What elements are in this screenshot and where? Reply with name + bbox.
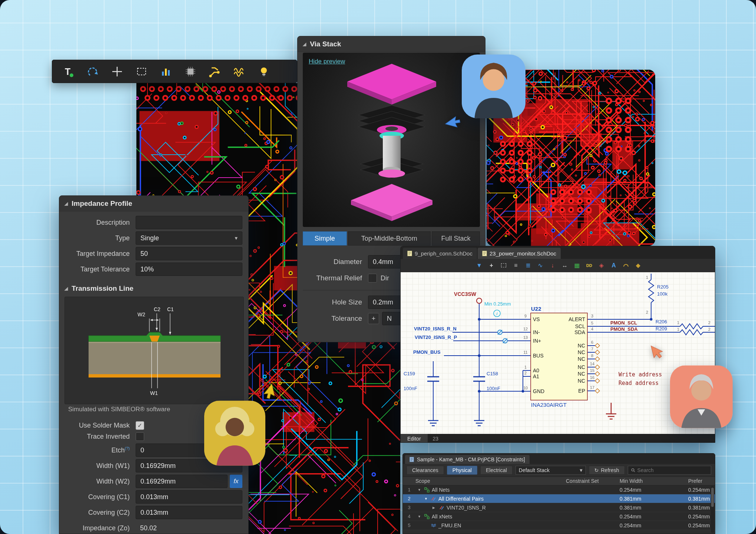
stack-select-value: Default Stack	[519, 467, 550, 473]
filter-icon[interactable]: ▼	[475, 261, 484, 270]
arc-tool-icon[interactable]	[86, 65, 100, 79]
crosshair-icon[interactable]: +	[487, 261, 496, 270]
transmission-line-header[interactable]: ◢ Transmission Line	[59, 282, 248, 295]
type-select[interactable]: Single ▾	[136, 231, 242, 245]
refresh-button[interactable]: ↻ Refresh	[589, 466, 625, 475]
covering-c1-label: Covering (C1)	[59, 493, 136, 501]
width-w2-input[interactable]: 0.16929mm	[136, 475, 228, 488]
schematic-canvas[interactable]: i VCC3SW Min 0.25mm U22 INA230AIRGT VINT…	[401, 272, 715, 434]
net-label: PMON_SDA	[610, 326, 638, 332]
type-label: Type	[59, 234, 136, 242]
expand-icon[interactable]: ▼	[418, 515, 422, 518]
route-tool-icon[interactable]	[208, 65, 222, 79]
place-down-icon[interactable]: ↓	[548, 261, 557, 270]
constraint-row-all-nets[interactable]: 1 ▼ All Nets 0.254mm 0.254mm	[403, 485, 715, 494]
use-solder-mask-label: Use Solder Mask	[59, 422, 136, 429]
tolerance-label: Tolerance	[298, 314, 368, 323]
resistor-value: 100k	[657, 291, 668, 297]
resistor-refdes: R206	[656, 319, 667, 324]
use-solder-mask-checkbox[interactable]: ✓	[136, 421, 144, 430]
app-collage: T ◢ Via Stack Hide preview	[0, 0, 756, 534]
constraint-row-vint20-isns-r[interactable]: 3 ▶ VINT20_ISNS_R 0.381mm 0.381mm	[403, 503, 715, 512]
text-tool-icon[interactable]: T	[61, 65, 75, 79]
trace-inverted-checkbox[interactable]	[136, 432, 144, 441]
tab-physical[interactable]: Physical	[447, 466, 477, 475]
collaborator-avatar-blue[interactable]	[462, 55, 525, 118]
svg-text:NC: NC	[578, 371, 585, 377]
sheet-symbol-icon[interactable]: DD	[585, 261, 594, 270]
directive-icon[interactable]: ◈	[597, 261, 606, 270]
chart-tool-icon[interactable]	[159, 65, 173, 79]
diff-pair-icon	[431, 496, 436, 501]
column-constraint-set: Constraint Set	[566, 478, 620, 484]
expand-icon[interactable]: ▼	[424, 497, 429, 501]
pin-number: 2	[708, 327, 710, 332]
grid-icon[interactable]: ▦	[573, 261, 581, 270]
svg-text:9: 9	[524, 314, 527, 318]
svg-text:10: 10	[523, 386, 528, 390]
covering-c1-input[interactable]: 0.013mm	[136, 490, 242, 504]
selection-tool-icon[interactable]	[135, 65, 149, 79]
tab-periph-conn[interactable]: 9_periph_conn.SchDoc	[403, 248, 477, 259]
note-read-address: Read address	[619, 380, 659, 386]
scrollbar[interactable]	[711, 486, 714, 533]
constraint-row-fmu-en[interactable]: 5 _FMU.EN 0.254mm 0.254mm	[403, 521, 715, 530]
etch-hint-icon[interactable]: (?)	[125, 446, 130, 451]
impedance-profile-header[interactable]: ◢ Impedance Profile	[59, 196, 248, 211]
wave-tool-icon[interactable]	[232, 65, 246, 79]
svg-text:7: 7	[591, 347, 593, 351]
search-box[interactable]	[628, 466, 711, 475]
chevron-down-icon: ▾	[580, 467, 583, 474]
covering-c2-input[interactable]: 0.013mm	[136, 506, 242, 519]
wave-icon[interactable]: ∿	[536, 261, 545, 270]
collaborator-avatar-yellow[interactable]	[204, 400, 265, 466]
constraints-panel: Sample - Kame_MB - CM.PrjPCB [Constraint…	[402, 453, 715, 534]
bulb-tool-icon[interactable]	[257, 65, 271, 79]
pad-icon[interactable]: ◆	[634, 261, 643, 270]
tab-top-middle-bottom[interactable]: Top-Middle-Bottom	[348, 231, 431, 245]
list-icon[interactable]: ≡	[511, 261, 520, 270]
hide-preview-link[interactable]: Hide preview	[309, 58, 345, 65]
thermal-relief-checkbox[interactable]	[368, 274, 377, 283]
svg-text:BUS: BUS	[533, 353, 544, 359]
description-input[interactable]	[136, 216, 242, 229]
expand-icon[interactable]: ▶	[432, 506, 437, 510]
measure-icon[interactable]: ↔	[560, 261, 569, 270]
collapse-icon: ◢	[64, 201, 68, 206]
arc-icon[interactable]	[621, 261, 630, 270]
diameter-label: Diameter	[298, 258, 368, 266]
target-tolerance-input[interactable]: 10%	[136, 263, 242, 276]
constraints-doc-tab[interactable]: Sample - Kame_MB - CM.PrjPCB [Constraint…	[405, 455, 530, 464]
pcb-toolbar: T	[52, 60, 297, 83]
layers-icon[interactable]: ≣	[524, 261, 533, 270]
editor-tab[interactable]: Editor	[401, 434, 428, 443]
ic-chip-tool-icon[interactable]	[183, 65, 198, 79]
tab-power-monitor[interactable]: 23_power_monitor.SchDoc	[478, 248, 561, 259]
width-w2-label: Width (W2)	[59, 478, 136, 485]
expand-icon[interactable]: ▼	[418, 488, 422, 492]
crosshair-tool-icon[interactable]	[110, 65, 124, 79]
text-icon[interactable]: A	[609, 261, 618, 270]
selection-icon[interactable]	[499, 261, 508, 270]
fx-button[interactable]: fx	[230, 475, 242, 488]
tab-full-stack[interactable]: Full Stack	[432, 231, 480, 245]
tab-clearances[interactable]: Clearances	[407, 466, 444, 475]
etch-label: Etch(?)	[59, 446, 136, 454]
tab-electrical[interactable]: Electrical	[480, 466, 513, 475]
svg-text:5: 5	[591, 321, 593, 325]
svg-text:IN-: IN-	[533, 329, 540, 335]
svg-text:8: 8	[591, 353, 593, 358]
via-stack-header[interactable]: ◢ Via Stack	[298, 36, 485, 52]
net-label: VINT20_ISNS_R_N	[414, 326, 457, 332]
tolerance-plus-button[interactable]: +	[368, 313, 379, 324]
search-input[interactable]	[637, 467, 708, 473]
capacitor-value: 100nF	[487, 386, 500, 391]
constraint-row-all-xnets[interactable]: 4 ▼ All xNets 0.254mm 0.254mm	[403, 512, 715, 521]
tab-simple[interactable]: Simple	[303, 231, 347, 245]
constraint-row-all-differential-pairs[interactable]: 2 ▼ All Differential Pairs 0.381mm 0.381…	[403, 494, 715, 503]
target-impedance-input[interactable]: 50	[136, 247, 242, 260]
stack-select[interactable]: Default Stack ▾	[515, 466, 586, 475]
svg-text:IN+: IN+	[533, 338, 541, 344]
collaborator-avatar-salmon[interactable]	[670, 365, 733, 428]
svg-text:T: T	[65, 66, 70, 77]
